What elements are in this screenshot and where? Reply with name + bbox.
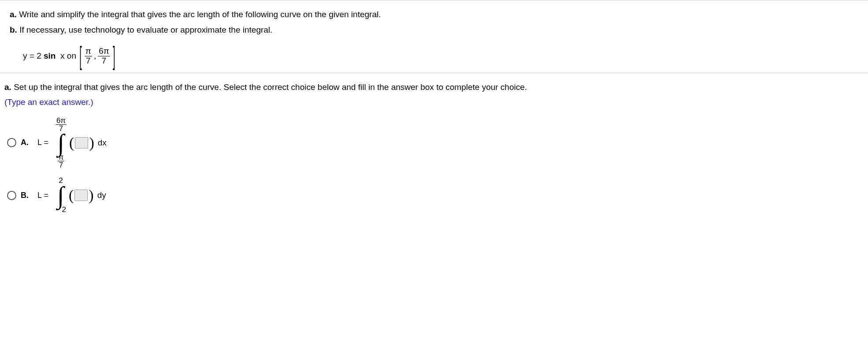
part-b-text: If necessary, use technology to evaluate…	[19, 25, 272, 34]
problem-statement: a. Write and simplify the integral that …	[0, 0, 868, 73]
interval-sep: ,	[94, 51, 96, 61]
right-bracket-icon: ]	[112, 42, 116, 69]
choice-a[interactable]: A. L = 6π 7 ∫ π 7 ( )	[7, 117, 858, 169]
eq-lhs: y = 2	[23, 51, 41, 61]
left-bracket-icon: [	[78, 42, 83, 69]
hint-text: (Type an exact answer.)	[4, 96, 858, 109]
part-b-label: b.	[10, 25, 17, 34]
question-a-text: Set up the integral that gives the arc l…	[14, 82, 527, 92]
answer-input-a[interactable]	[75, 137, 88, 149]
integral-b: 2 ∫ − 2 ( ) dy	[53, 177, 106, 214]
dvar-b: dy	[97, 190, 106, 200]
integral-b-bounds: 2 ∫ − 2	[56, 177, 66, 214]
part-a-line: a. Write and simplify the integral that …	[10, 8, 858, 21]
question-a-label: a.	[4, 82, 11, 92]
dvar-a: dx	[98, 138, 107, 148]
int-a-lower: π 7	[58, 153, 65, 169]
equation: y = 2 sin x on [ π 7 , 6π 7 ]	[23, 47, 858, 66]
left-paren-icon: (	[69, 188, 74, 203]
radio-b[interactable]	[7, 191, 16, 200]
interval-frac1: π 7	[85, 47, 92, 66]
right-paren-icon: )	[89, 135, 94, 150]
interval-frac2: 6π 7	[98, 47, 110, 66]
eq-sin: sin	[44, 51, 56, 61]
choice-b[interactable]: B. L = 2 ∫ − 2 ( ) dy	[7, 177, 858, 214]
integral-a: 6π 7 ∫ π 7 ( ) dx	[53, 117, 107, 169]
question-area: a. Set up the integral that gives the ar…	[0, 73, 868, 229]
question-a-line: a. Set up the integral that gives the ar…	[4, 81, 858, 94]
left-paren-icon: (	[69, 135, 74, 150]
part-a-text: Write and simplify the integral that giv…	[19, 10, 381, 19]
int-b-lower: − 2	[56, 206, 66, 214]
choice-a-label: A. L =	[21, 138, 48, 147]
choice-b-label: B. L =	[21, 191, 48, 200]
part-a-label: a.	[10, 10, 17, 19]
integral-symbol-icon: ∫	[57, 185, 64, 206]
eq-rhs: x on	[60, 51, 76, 61]
right-paren-icon: )	[89, 188, 93, 203]
part-b-line: b. If necessary, use technology to evalu…	[10, 24, 858, 37]
radio-a[interactable]	[7, 138, 16, 147]
integral-a-bounds: 6π 7 ∫ π 7	[56, 117, 67, 169]
answer-input-b[interactable]	[74, 190, 88, 201]
integral-symbol-icon: ∫	[58, 132, 64, 153]
